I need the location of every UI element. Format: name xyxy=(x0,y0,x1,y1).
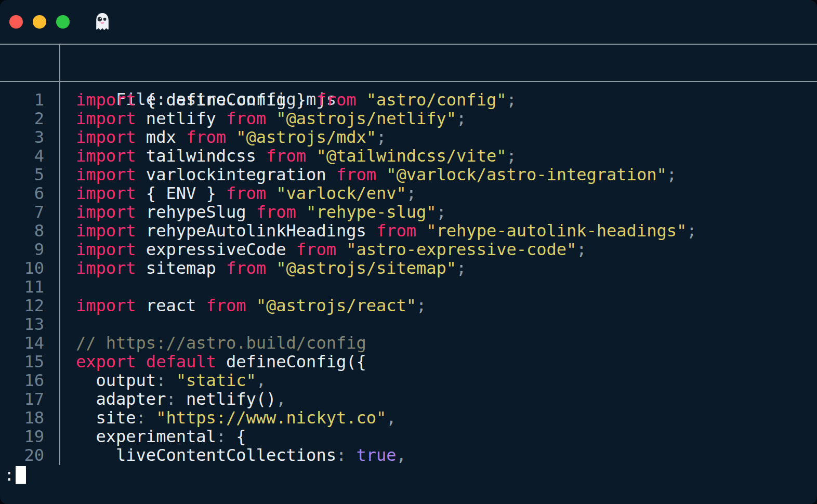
code-text: import mdx from "@astrojs/mdx"; xyxy=(76,128,386,147)
code-text: import { ENV } from "varlock/env"; xyxy=(76,184,416,203)
code-line: 4import tailwindcss from "@tailwindcss/v… xyxy=(0,147,817,165)
token-kw: from xyxy=(226,183,266,203)
token-kw: import xyxy=(76,165,136,184)
close-button[interactable] xyxy=(9,15,23,29)
token-kw: import xyxy=(76,202,136,222)
line-number: 1 xyxy=(0,90,44,109)
token-fg xyxy=(266,183,276,203)
code-line: 11 xyxy=(0,277,817,296)
token-str: "@astrojs/netlify" xyxy=(276,109,456,128)
line-number: 7 xyxy=(0,203,44,221)
token-fg: liveContentCollections xyxy=(76,445,336,465)
token-str: "rehype-autolink-headings" xyxy=(426,221,687,241)
token-fg xyxy=(416,221,426,241)
token-kw: import xyxy=(76,127,136,147)
token-kw: from xyxy=(266,146,306,166)
token-str: "@tailwindcss/vite" xyxy=(316,146,506,166)
terminal-cursor xyxy=(16,466,26,484)
code-line: 18 site: "https://www.nickyt.co", xyxy=(0,408,817,427)
line-number: 2 xyxy=(0,109,44,128)
gutter-divider xyxy=(59,44,60,465)
code-line: 19 experimental: { xyxy=(0,427,817,446)
token-kw: import xyxy=(76,240,136,259)
token-kw: import xyxy=(76,183,136,203)
token-kw: import xyxy=(76,296,136,315)
code-text: import rehypeAutolinkHeadings from "rehy… xyxy=(76,221,696,240)
token-str: "static" xyxy=(176,370,256,390)
token-str: "astro/config" xyxy=(366,90,507,110)
token-str: "@astrojs/sitemap" xyxy=(276,258,456,278)
token-fg: { defineConfig } xyxy=(136,90,317,110)
token-fg: defineConfig({ xyxy=(216,352,366,372)
line-number: 3 xyxy=(0,128,44,147)
line-number: 13 xyxy=(0,315,44,334)
token-pun: , xyxy=(276,389,286,409)
code-text: import sitemap from "@astrojs/sitemap"; xyxy=(76,259,466,277)
code-line: 13 xyxy=(0,315,817,334)
code-line: 17 adapter: netlify(), xyxy=(0,390,817,408)
token-pun: ; xyxy=(456,258,466,278)
token-fg: expressiveCode xyxy=(136,240,296,259)
line-number: 10 xyxy=(0,259,44,277)
token-fg xyxy=(136,352,146,372)
token-fg xyxy=(296,202,306,222)
token-pun: ; xyxy=(416,296,426,315)
code-line: 16 output: "static", xyxy=(0,371,817,390)
token-fg xyxy=(266,109,276,128)
line-number: 16 xyxy=(0,371,44,390)
token-fg: varlockintegration xyxy=(136,165,336,184)
code-text: import tailwindcss from "@tailwindcss/vi… xyxy=(76,147,517,165)
token-fg xyxy=(356,90,366,110)
line-number: 5 xyxy=(0,165,44,184)
token-pun: ; xyxy=(376,127,386,147)
token-fg: site xyxy=(76,408,136,428)
code-line: 10import sitemap from "@astrojs/sitemap"… xyxy=(0,259,817,277)
token-fg xyxy=(226,127,236,147)
token-fg xyxy=(346,445,356,465)
token-fg xyxy=(266,258,276,278)
code-text: import varlockintegration from "@varlock… xyxy=(76,165,677,184)
token-pun: ; xyxy=(506,90,516,110)
minimize-button[interactable] xyxy=(33,15,46,29)
line-number: 11 xyxy=(0,277,44,296)
token-fg xyxy=(166,370,176,390)
code-text: import react from "@astrojs/react"; xyxy=(76,296,426,315)
token-kw: default xyxy=(146,352,216,372)
token-str: "varlock/env" xyxy=(276,183,406,203)
token-kw: from xyxy=(226,258,266,278)
line-number: 12 xyxy=(0,296,44,315)
token-fg xyxy=(146,408,156,428)
token-kw: export xyxy=(76,352,136,372)
code-text: import rehypeSlug from "rehype-slug"; xyxy=(76,203,446,221)
token-fg: react xyxy=(136,296,206,315)
token-pun: : xyxy=(136,408,146,428)
token-fg: rehypeAutolinkHeadings xyxy=(136,221,376,241)
terminal-window: File: astro.config.mjs 1import { defineC… xyxy=(0,0,817,504)
line-number: 19 xyxy=(0,427,44,446)
code-line: 5import varlockintegration from "@varloc… xyxy=(0,165,817,184)
line-number: 15 xyxy=(0,352,44,371)
token-fg: netlify xyxy=(136,109,226,128)
token-str: "@astrojs/react" xyxy=(256,296,416,315)
token-fg: { ENV } xyxy=(136,183,226,203)
token-fg: tailwindcss xyxy=(136,146,266,166)
code-text: import expressiveCode from "astro-expres… xyxy=(76,240,587,259)
token-fg xyxy=(306,146,316,166)
code-text: output: "static", xyxy=(76,371,266,390)
zoom-button[interactable] xyxy=(56,15,70,29)
token-fg: experimental xyxy=(76,427,216,446)
code-line: 7import rehypeSlug from "rehype-slug"; xyxy=(0,203,817,221)
code-text: adapter: netlify(), xyxy=(76,390,286,408)
code-text: liveContentCollections: true, xyxy=(76,446,406,465)
token-pun: : xyxy=(216,427,226,446)
code-line: 8import rehypeAutolinkHeadings from "reh… xyxy=(0,221,817,240)
line-number: 9 xyxy=(0,240,44,259)
token-fg xyxy=(246,296,256,315)
token-bool: true xyxy=(356,445,396,465)
vim-command-line[interactable]: : xyxy=(0,465,817,485)
token-pun: , xyxy=(397,445,406,465)
token-kw: from xyxy=(376,221,416,241)
token-kw: import xyxy=(76,258,136,278)
line-number: 20 xyxy=(0,446,44,465)
code-line: 20 liveContentCollections: true, xyxy=(0,446,817,465)
